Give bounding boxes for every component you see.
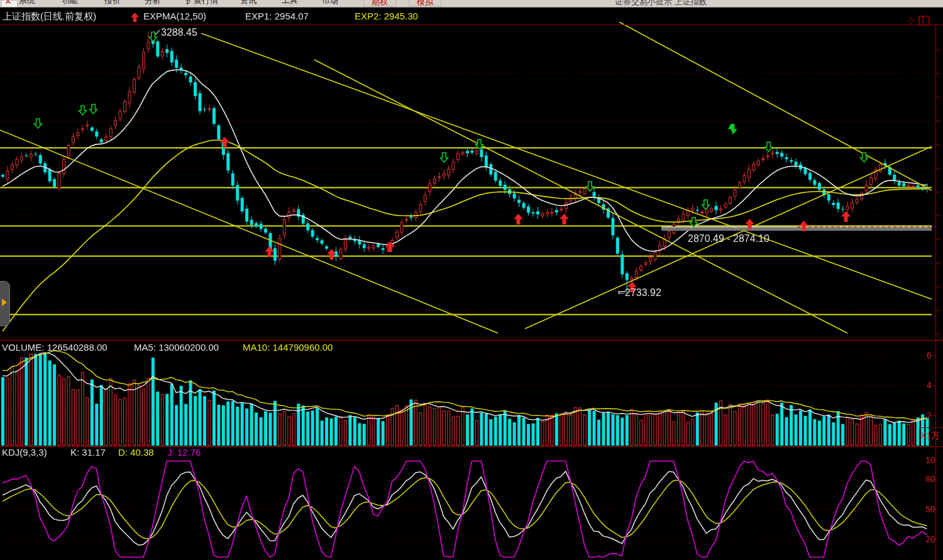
sell-signal-hollow-arrow <box>475 139 484 150</box>
menu-item-analysis[interactable]: 分析 <box>145 0 161 4</box>
sell-signal-arrow <box>728 124 737 135</box>
kdj-indicator-label[interactable]: KDJ(9,3,3) <box>2 447 47 458</box>
symbol-title: 上证指数(日线.前复权) <box>3 11 96 21</box>
sell-signal-hollow-arrow <box>701 199 710 210</box>
volume-ma10: MA10: 144790960.00 <box>243 343 333 353</box>
price-range-label: 2870.49 - 2874.10 <box>688 233 769 244</box>
menu-item-quotes[interactable]: 报价 <box>104 0 121 4</box>
window-icon[interactable] <box>918 16 930 26</box>
sell-signal-hollow-arrow <box>764 141 773 152</box>
kdj-axis-labels: 100 80 50 20 <box>924 455 935 559</box>
high-price-label: 3288.45 <box>161 27 197 38</box>
sidebar-slide-handle[interactable] <box>0 281 10 326</box>
kdj-axis-tick-50: 50 <box>925 505 935 513</box>
volume-axis-tick-2: 2 <box>927 411 932 420</box>
exp2-value: EXP2: 2945.30 <box>355 11 418 21</box>
buy-signal-arrow <box>560 214 569 224</box>
sell-signal-hollow-arrow <box>689 217 698 228</box>
buy-signal-arrow <box>514 214 523 224</box>
kdj-axis-tick-100: 100 <box>925 456 935 464</box>
app-logo-icon: ✕ <box>1 0 18 8</box>
sell-signal-hollow-arrow <box>78 105 87 116</box>
menu-item-system[interactable]: 系统 <box>19 0 35 4</box>
buy-signal-arrow <box>220 137 229 148</box>
expand-right-icon <box>2 299 7 306</box>
sell-signal-hollow-arrow <box>89 104 98 114</box>
low-price-label: 2733.92 <box>625 287 661 298</box>
sell-signal-hollow-arrow <box>859 152 869 163</box>
buy-signal-arrow <box>841 211 851 222</box>
buy-signal-arrow <box>745 219 754 229</box>
buy-signal-arrow <box>799 221 808 231</box>
sell-signal-hollow-arrow <box>33 118 43 129</box>
sell-signal-hollow-arrow <box>148 31 158 42</box>
menu-item-options[interactable]: 期权 <box>363 0 396 6</box>
indicator-label[interactable]: EXPMA(12,50) <box>143 11 206 21</box>
kdj-j-value: J: 12.76 <box>167 447 201 458</box>
chart-canvas <box>0 0 943 560</box>
trading-terminal: ✕ 系统 功能 报价 分析 扩展行情 资讯 工具 市场 期权 模拟 证券交易小提… <box>0 0 943 560</box>
kdj-d-value: D: 40.38 <box>118 447 154 458</box>
buy-signal-arrow <box>265 246 274 257</box>
buy-signal-arrow <box>327 249 336 260</box>
up-arrow-icon <box>131 13 139 25</box>
diamond-icon[interactable]: ◇ <box>907 15 915 25</box>
menu-item-function[interactable]: 功能 <box>62 0 78 4</box>
volume-axis-tick-4: 4 <box>927 381 932 390</box>
kdj-axis-tick-80: 80 <box>925 475 935 483</box>
menu-item-news[interactable]: 资讯 <box>240 0 256 4</box>
menu-item-tools[interactable]: 工具 <box>282 0 298 4</box>
volume-unit-label: X1万 <box>920 431 940 440</box>
menu-item-market[interactable]: 市场 <box>322 0 338 4</box>
volume-axis-tick-6: 6 <box>927 351 932 360</box>
menu-bar: ✕ 系统 功能 报价 分析 扩展行情 资讯 工具 市场 期权 模拟 证券交易小提… <box>0 0 943 8</box>
volume-ma5: MA5: 130060200.00 <box>134 343 219 353</box>
sell-signal-hollow-arrow <box>585 181 595 192</box>
exp1-value: EXP1: 2954.07 <box>245 11 309 21</box>
kdj-k-value: K: 31.17 <box>70 447 106 458</box>
menu-item-extended-quotes[interactable]: 扩展行情 <box>185 0 218 4</box>
volume-value: VOLUME: 126540288.00 <box>2 343 108 353</box>
menu-status-text: 证券交易小提示 上证指数 <box>615 0 707 8</box>
sell-signal-hollow-arrow <box>439 152 449 163</box>
buy-signal-arrow <box>385 241 395 252</box>
menu-item-simulation[interactable]: 模拟 <box>409 0 441 6</box>
kdj-axis-tick-20: 20 <box>925 535 935 544</box>
